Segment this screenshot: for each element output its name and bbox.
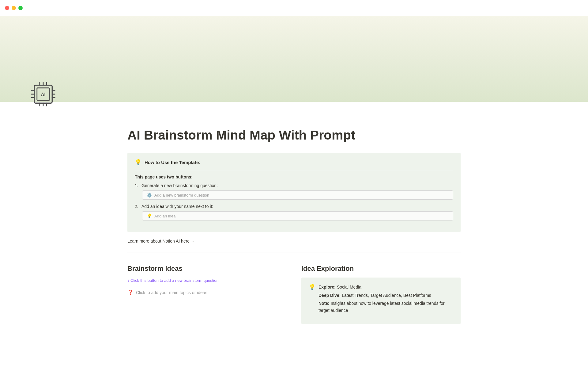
brainstorm-column: Brainstorm Ideas ↓ Click this button to … xyxy=(127,265,287,324)
exploration-column: Idea Exploration 💡 Explore: Social Media… xyxy=(301,265,461,324)
callout-list: 1. Generate a new brainstorming question… xyxy=(135,183,453,220)
note-line: Note: Insights about how to leverage lat… xyxy=(318,300,453,314)
svg-text:AI: AI xyxy=(41,92,46,97)
callout-subtitle: This page uses two buttons: xyxy=(135,174,453,179)
maximize-button[interactable] xyxy=(18,6,23,10)
titlebar xyxy=(0,0,588,16)
brainstorm-title: Brainstorm Ideas xyxy=(127,265,287,273)
explore-label: Explore: xyxy=(318,285,336,289)
add-question-link[interactable]: ↓ Click this button to add a new brainst… xyxy=(127,278,219,283)
main-topics-placeholder[interactable]: ❓ Click to add your main topics or ideas xyxy=(127,287,287,298)
callout-box: 💡 How to Use the Template: This page use… xyxy=(127,153,461,232)
explore-line: Explore: Social Media xyxy=(318,284,453,290)
learn-more-arrow: → xyxy=(191,239,195,243)
add-idea-button-label: Add an idea xyxy=(154,214,175,218)
idea-card-content: Explore: Social Media Deep Dive: Latest … xyxy=(318,284,453,315)
traffic-lights xyxy=(5,6,23,10)
add-brainstorm-button[interactable]: ⚙️ Add a new brainstorm question xyxy=(142,190,453,200)
placeholder-text: Click to add your main topics or ideas xyxy=(136,290,207,295)
list-item-2-text: 2. Add an idea with your name next to it… xyxy=(135,204,453,209)
list-item-1: 1. Generate a new brainstorming question… xyxy=(135,183,453,200)
explore-value: Social Media xyxy=(337,285,361,289)
page-title: AI Brainstorm Mind Map With Prompt xyxy=(127,128,461,143)
list-item-1-text: 1. Generate a new brainstorming question… xyxy=(135,183,453,188)
callout-header-title: How to Use the Template: xyxy=(145,160,200,165)
list-item-2: 2. Add an idea with your name next to it… xyxy=(135,204,453,220)
section-divider xyxy=(127,252,461,252)
idea-card-icon: 💡 xyxy=(309,284,315,290)
two-column-layout: Brainstorm Ideas ↓ Click this button to … xyxy=(127,265,461,324)
minimize-button[interactable] xyxy=(12,6,16,10)
page-body: AI Brainstorm Mind Map With Prompt 💡 How… xyxy=(98,102,490,354)
question-mark-icon: ❓ xyxy=(127,289,134,295)
brainstorm-button-label: Add a new brainstorm question xyxy=(154,193,209,197)
learn-more-link[interactable]: Learn more about Notion AI here → xyxy=(127,239,195,243)
list-item-1-label: Generate a new brainstorming question: xyxy=(141,183,218,188)
add-question-label: ↓ Click this button to add a new brainst… xyxy=(127,278,219,283)
add-idea-button[interactable]: 💡 Add an idea xyxy=(142,211,453,220)
main-content: AI AI Brainstorm Mind Ma xyxy=(0,0,588,354)
callout-header: 💡 How to Use the Template: xyxy=(135,159,453,166)
add-idea-button-icon: 💡 xyxy=(147,213,152,218)
close-button[interactable] xyxy=(5,6,9,10)
note-label: Note: xyxy=(318,301,330,306)
deep-dive-label: Deep Dive: xyxy=(318,293,341,298)
list-item-2-label: Add an idea with your name next to it: xyxy=(141,204,213,209)
note-value: Insights about how to leverage latest so… xyxy=(318,301,445,312)
idea-card-header: 💡 Explore: Social Media Deep Dive: Lates… xyxy=(309,284,453,315)
callout-divider xyxy=(135,170,453,170)
brainstorm-button-icon: ⚙️ xyxy=(147,193,152,197)
list-number-2: 2. xyxy=(135,204,140,209)
deep-dive-value: Latest Trends, Target Audience, Best Pla… xyxy=(342,293,431,298)
page-icon: AI xyxy=(29,80,57,108)
learn-more-text: Learn more about Notion AI here xyxy=(127,239,190,243)
exploration-title: Idea Exploration xyxy=(301,265,461,273)
idea-card: 💡 Explore: Social Media Deep Dive: Lates… xyxy=(301,278,461,324)
deep-dive-line: Deep Dive: Latest Trends, Target Audienc… xyxy=(318,292,453,299)
hero-banner: AI xyxy=(0,16,588,102)
callout-icon: 💡 xyxy=(135,159,141,166)
list-number-1: 1. xyxy=(135,183,140,188)
